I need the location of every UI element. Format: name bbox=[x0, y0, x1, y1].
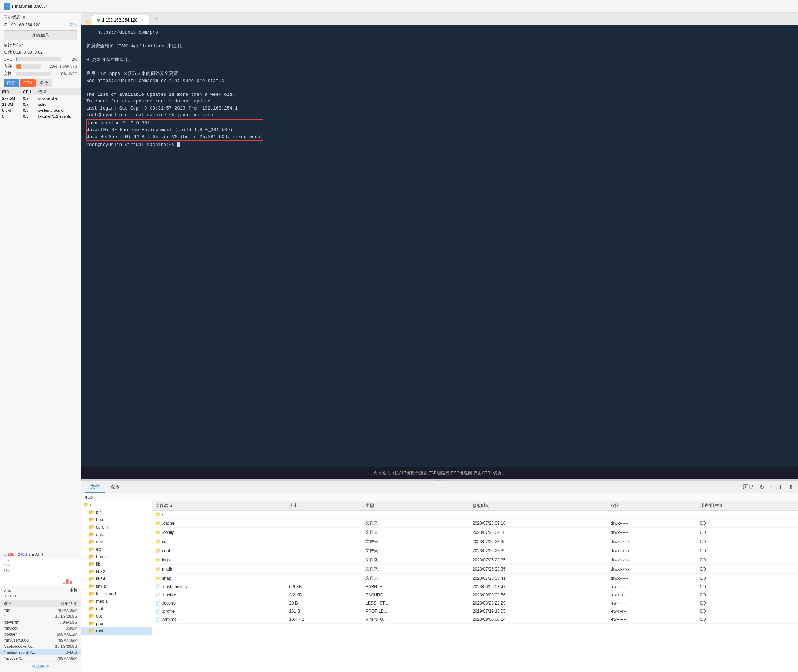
file-mtime: 2023/09/09 02:56 bbox=[469, 591, 607, 599]
tree-folder-icon: 📂 bbox=[89, 606, 95, 611]
tab-mem-btn[interactable]: 内存 bbox=[3, 79, 19, 87]
file-size: 161 B bbox=[285, 607, 362, 616]
swap-bar-container bbox=[16, 72, 51, 76]
file-row[interactable]: 📄 .profile 161 B PROFILE ... 2019/07/19 … bbox=[152, 607, 798, 616]
file-type: 文件夹 bbox=[362, 537, 469, 546]
file-row[interactable]: 📁 cd 文件夹 2023/07/26 23:35 drwxr-xr-x 0/0 bbox=[152, 537, 798, 546]
download-btn[interactable]: ⬇ bbox=[777, 483, 784, 491]
file-row[interactable]: 📁 .config 文件夹 2023/07/25 09:18 drwx-----… bbox=[152, 528, 798, 537]
tree-item-label: dev bbox=[96, 539, 103, 544]
file-col-header[interactable]: 类型 bbox=[362, 501, 469, 510]
file-icon: 📁 bbox=[155, 521, 161, 526]
file-row[interactable]: 📄 .bashrc 3.2 KB BASHRC ... 2023/09/09 0… bbox=[152, 591, 798, 599]
proc-cpu: 0.3 bbox=[21, 107, 36, 114]
file-col-header[interactable]: 权限 bbox=[607, 501, 697, 510]
add-tab-button[interactable]: + bbox=[151, 13, 163, 24]
file-mtime: 2023/09/09 03:47 bbox=[469, 583, 607, 591]
tree-folder-icon: 📂 bbox=[89, 569, 95, 574]
file-row[interactable]: 📁 mkdir 文件夹 2023/07/26 23:35 drwxr-xr-x … bbox=[152, 565, 798, 574]
disk-size: 505M/512M bbox=[57, 632, 77, 636]
tree-item[interactable]: 📂 etc bbox=[81, 546, 152, 553]
tree-item-label: boot bbox=[96, 517, 104, 522]
file-name: 📄 .bashrc bbox=[152, 591, 285, 599]
file-icon: 📄 bbox=[155, 609, 161, 614]
file-type: 文件夹 bbox=[362, 555, 469, 565]
tree-item[interactable]: 📂 dev bbox=[81, 538, 152, 546]
cmd-tab[interactable]: 命令 bbox=[105, 482, 126, 493]
active-tab[interactable]: 1 192.168.254.128 × bbox=[92, 15, 149, 25]
disk-section: 路径 可用/大小 /run 787M/789M/ 13.1G/28.9G/dev… bbox=[0, 600, 81, 661]
tree-item[interactable]: 📂 lib32 bbox=[81, 568, 152, 575]
file-perm: -rw------- bbox=[607, 599, 697, 607]
file-row[interactable]: 📁 / bbox=[152, 510, 798, 518]
disk-size: 789M/789M bbox=[57, 638, 77, 642]
file-row[interactable]: 📁 logs 文件夹 2023/07/26 23:35 drwxr-xr-x 0… bbox=[152, 555, 798, 565]
copy-button[interactable]: 复制 bbox=[70, 22, 77, 27]
file-col-header[interactable]: 大小 bbox=[285, 501, 362, 510]
file-row[interactable]: 📁 conf 文件夹 2023/07/26 23:35 drwxr-xr-x 0… bbox=[152, 546, 798, 555]
process-table: 内存 CPU 进程 277.5M 0.7 gnome-shell11.3M 0.… bbox=[0, 88, 81, 551]
disk-path: /boot/efi bbox=[3, 632, 57, 636]
up-btn[interactable]: ↑ bbox=[768, 483, 774, 491]
file-name: 📄 .profile bbox=[152, 607, 285, 616]
tree-item[interactable]: 📂 lib bbox=[81, 560, 152, 568]
file-icon: 📁 bbox=[155, 548, 161, 553]
term-line-2 bbox=[86, 36, 793, 43]
file-row[interactable]: 📄 .viminfo 10.4 KB VIMINFO... 2023/09/06… bbox=[152, 616, 798, 624]
tree-item[interactable]: 📂 opt bbox=[81, 612, 152, 620]
tree-item[interactable]: 📂 bin bbox=[81, 509, 152, 516]
file-row[interactable]: 📁 snap 文件夹 2023/07/25 08:41 drwx------ 0… bbox=[152, 574, 798, 583]
sync-label: 同步状态 bbox=[3, 14, 21, 20]
tree-item[interactable]: 📂 mnt bbox=[81, 605, 152, 612]
file-row[interactable]: 📁 .cache 文件夹 2023/07/25 09:18 drwx------… bbox=[152, 518, 798, 528]
proc-mem: 277.5M bbox=[0, 95, 21, 101]
folder-icon[interactable]: 📁 bbox=[83, 20, 92, 25]
file-row[interactable]: 📄 .lesshst 20 B LESSHST ... 2023/08/28 2… bbox=[152, 599, 798, 607]
tree-item-label: bin bbox=[96, 510, 102, 515]
activate-row[interactable]: 激活/升级 bbox=[0, 661, 81, 672]
tab-cmd-btn[interactable]: 命令 bbox=[37, 79, 52, 87]
upload-btn[interactable]: ⬆ bbox=[787, 483, 795, 491]
tree-item[interactable]: 📂 cdrom bbox=[81, 523, 152, 531]
sysinfo-button[interactable]: 系统信息 bbox=[3, 30, 77, 40]
tree-item[interactable]: 📂 libx32 bbox=[81, 582, 152, 590]
file-col-header[interactable]: 修改时间 bbox=[469, 501, 607, 510]
history-btn[interactable]: 历史 bbox=[741, 483, 755, 491]
file-col-header[interactable]: 文件名 ▲ bbox=[152, 501, 285, 510]
file-icon: 📁 bbox=[155, 567, 161, 572]
tree-item[interactable]: 📂 home bbox=[81, 553, 152, 560]
file-icon: 📁 bbox=[155, 539, 161, 544]
file-row[interactable]: 📄 .bash_history 6.6 KB BASH_HI... 2023/0… bbox=[152, 583, 798, 591]
net-interface: ens33 bbox=[28, 552, 39, 557]
tree-item-label: libx32 bbox=[96, 584, 107, 589]
refresh-btn[interactable]: ↻ bbox=[758, 483, 766, 491]
tab-close-icon[interactable]: × bbox=[141, 17, 144, 23]
terminal[interactable]: https://ubuntu.com/pro 扩展安全维护（ESM）Applic… bbox=[81, 26, 798, 467]
term-line-5: 0 更新可以立即应用。 bbox=[86, 56, 793, 64]
tree-item[interactable]: 📁 / bbox=[81, 501, 152, 509]
file-perm: drwx------ bbox=[607, 518, 697, 528]
tree-item[interactable]: 📂 lib64 bbox=[81, 575, 152, 582]
tree-item-label: cdrom bbox=[96, 525, 108, 530]
tree-item[interactable]: 📂 lost+found bbox=[81, 590, 152, 597]
tree-item[interactable]: 📂 proc bbox=[81, 620, 152, 627]
tree-item[interactable]: 📂 data bbox=[81, 531, 152, 538]
file-owner: 0/0 bbox=[697, 591, 798, 599]
tree-item[interactable]: 📂 boot bbox=[81, 516, 152, 523]
file-col-header[interactable]: 用户/用户组 bbox=[697, 501, 798, 510]
term-hl-3: Java HotSpot(TM) 64-Bit Server VM (build… bbox=[87, 134, 263, 141]
tab-cpu-btn[interactable]: CPU bbox=[20, 80, 36, 86]
file-name: 📁 .config bbox=[152, 528, 285, 537]
tree-item[interactable]: 📂 media bbox=[81, 597, 152, 605]
files-tab[interactable]: 文件 bbox=[85, 482, 105, 493]
file-perm: drwxr-xr-x bbox=[607, 537, 697, 546]
chart-area: 33K 22K 11K bbox=[0, 558, 81, 586]
disk-row: /boot/efi 505M/512M bbox=[0, 631, 81, 637]
file-perm: drwx------ bbox=[607, 574, 697, 583]
file-type bbox=[362, 510, 469, 518]
file-perm: -rw------- bbox=[607, 583, 697, 591]
term-line-6 bbox=[86, 64, 793, 70]
term-line-4 bbox=[86, 50, 793, 57]
tree-item[interactable]: 📂 root bbox=[81, 627, 152, 635]
net-expand-icon[interactable]: ▼ bbox=[40, 552, 44, 557]
